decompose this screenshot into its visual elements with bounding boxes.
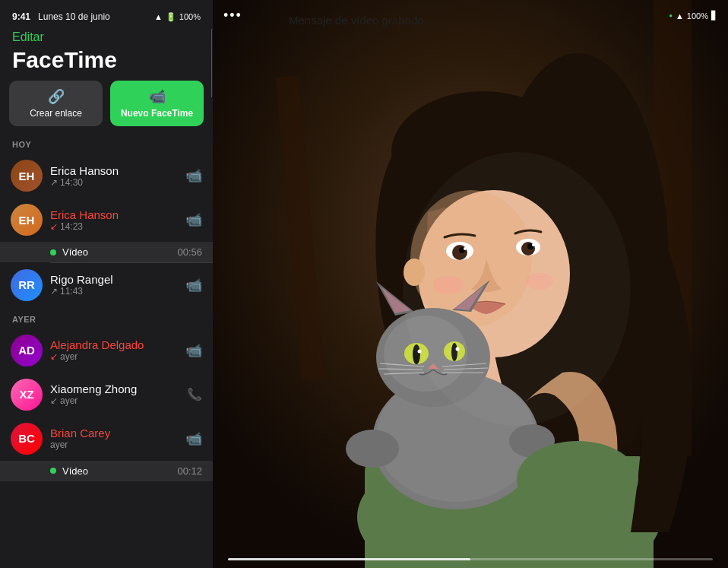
video-msg-duration: 00:56 xyxy=(177,246,202,258)
right-battery-text: 100% xyxy=(687,11,708,21)
call-action: 📹 xyxy=(185,211,202,228)
avatar: RR xyxy=(11,269,43,301)
call-meta: ↙ ayer xyxy=(50,395,179,406)
video-msg-duration: 00:12 xyxy=(177,465,202,477)
annotation-text: Mensaje de vídeo grabado xyxy=(289,14,424,27)
new-facetime-button[interactable]: 📹 Nuevo FaceTime xyxy=(110,81,204,126)
video-scrubber[interactable] xyxy=(228,558,713,560)
device-wrapper: Mensaje de vídeo grabado 9:41 Lunes 10 d… xyxy=(0,0,728,568)
call-action: 📹 xyxy=(185,277,202,294)
green-dot-icon: ● xyxy=(669,12,673,19)
right-battery-icon: ▋ xyxy=(711,11,717,21)
call-info: Rigo Rangel ↗ 11:43 xyxy=(50,273,178,297)
avatar: BC xyxy=(11,423,43,455)
caller-name: Rigo Rangel xyxy=(50,273,178,286)
call-time: ayer xyxy=(60,395,78,406)
call-info: Erica Hanson ↙ 14:23 xyxy=(50,208,178,232)
status-time: 9:41 xyxy=(12,11,30,22)
video-message-row[interactable]: Vídeo 00:12 xyxy=(0,461,213,481)
video-call-icon: 📹 xyxy=(185,343,202,358)
call-time: 11:43 xyxy=(60,286,83,297)
video-call-icon: 📹 xyxy=(185,278,202,293)
list-item[interactable]: BC Brian Carey ayer 📹 xyxy=(0,417,213,461)
call-action: 📞 xyxy=(187,387,202,401)
caller-name: Alejandra Delgado xyxy=(50,338,178,351)
status-icons: ▲ 🔋 100% xyxy=(154,12,201,22)
call-meta: ↙ 14:23 xyxy=(50,221,178,232)
call-info: Erica Hanson ↗ 14:30 xyxy=(50,164,178,188)
video-msg-label: Vídeo xyxy=(62,246,171,258)
status-bar: 9:41 Lunes 10 de junio ▲ 🔋 100% xyxy=(0,0,213,27)
call-arrow-icon: ↙ xyxy=(50,221,58,232)
battery-icon: 🔋 xyxy=(166,12,176,22)
caller-name: Erica Hanson xyxy=(50,208,178,221)
scrubber-progress xyxy=(228,558,470,560)
call-action: 📹 xyxy=(185,167,202,184)
call-meta: ayer xyxy=(50,439,178,450)
video-call-icon: 📹 xyxy=(185,168,202,183)
call-arrow-icon: ↗ xyxy=(50,286,58,297)
section-header-yesterday: AYER xyxy=(0,312,213,328)
call-meta: ↗ 14:30 xyxy=(50,177,178,188)
call-time: ayer xyxy=(60,351,78,362)
call-action: 📹 xyxy=(185,342,202,359)
more-options-icon[interactable]: ••• xyxy=(223,8,242,24)
wifi-signal-icon: ▲ xyxy=(676,11,684,21)
new-facetime-label: Nuevo FaceTime xyxy=(121,108,193,119)
video-dot-indicator xyxy=(50,468,56,474)
create-link-label: Crear enlace xyxy=(30,108,82,119)
call-info: Xiaomeng Zhong ↙ ayer xyxy=(50,382,179,406)
call-info: Brian Carey ayer xyxy=(50,427,178,450)
video-msg-label: Vídeo xyxy=(62,465,171,477)
svg-point-44 xyxy=(517,441,638,517)
avatar: AD xyxy=(11,335,43,367)
section-header-today: HOY xyxy=(0,137,213,154)
call-action: 📹 xyxy=(185,430,202,447)
avatar: XZ xyxy=(11,379,43,411)
avatar: EH xyxy=(11,204,43,236)
svg-point-45 xyxy=(403,152,631,426)
video-dot-indicator xyxy=(50,249,56,255)
list-item[interactable]: AD Alejandra Delgado ↙ ayer 📹 xyxy=(0,328,213,373)
annotation-line xyxy=(211,29,212,97)
photo-background: ••• ● ▲ 100% ▋ xyxy=(213,0,728,568)
scene-illustration xyxy=(213,0,728,568)
call-time: ayer xyxy=(50,439,68,450)
caller-name: Erica Hanson xyxy=(50,164,178,177)
list-item[interactable]: EH Erica Hanson ↗ 14:30 📹 xyxy=(0,154,213,198)
create-link-button[interactable]: 🔗 Crear enlace xyxy=(9,81,103,126)
app-title: FaceTime xyxy=(0,46,213,81)
svg-point-42 xyxy=(346,430,399,468)
wifi-icon: ▲ xyxy=(154,12,163,21)
video-call-icon: 📹 xyxy=(185,212,202,227)
phone-call-icon: 📞 xyxy=(187,388,202,401)
list-item[interactable]: RR Rigo Rangel ↗ 11:43 📹 xyxy=(0,263,213,307)
edit-button[interactable]: Editar xyxy=(0,27,213,46)
caller-name: Xiaomeng Zhong xyxy=(50,382,179,395)
call-arrow-icon: ↙ xyxy=(50,351,58,362)
video-message-row[interactable]: Vídeo 00:56 xyxy=(0,242,213,262)
action-buttons: 🔗 Crear enlace 📹 Nuevo FaceTime xyxy=(0,81,213,137)
call-time: 14:30 xyxy=(60,177,83,188)
main-content: ••• ● ▲ 100% ▋ xyxy=(213,0,728,568)
sidebar: 9:41 Lunes 10 de junio ▲ 🔋 100% Editar F… xyxy=(0,0,213,568)
list-item[interactable]: XZ Xiaomeng Zhong ↙ ayer 📞 xyxy=(0,373,213,417)
call-time: 14:23 xyxy=(60,221,83,232)
video-call-icon: 📹 xyxy=(185,431,202,446)
call-arrow-icon: ↗ xyxy=(50,177,58,188)
call-info: Alejandra Delgado ↙ ayer xyxy=(50,338,178,362)
call-list: HOY EH Erica Hanson ↗ 14:30 📹 xyxy=(0,137,213,568)
status-date: Lunes 10 de junio xyxy=(38,11,110,22)
call-meta: ↗ 11:43 xyxy=(50,286,178,297)
avatar: EH xyxy=(11,160,43,192)
list-item[interactable]: EH Erica Hanson ↙ 14:23 📹 xyxy=(0,198,213,242)
caller-name: Brian Carey xyxy=(50,427,178,439)
video-camera-icon: 📹 xyxy=(149,88,166,105)
link-icon: 🔗 xyxy=(48,88,65,105)
call-arrow-icon: ↙ xyxy=(50,395,58,406)
right-status: ● ▲ 100% ▋ xyxy=(669,11,717,21)
call-meta: ↙ ayer xyxy=(50,351,178,362)
battery-pct: 100% xyxy=(179,12,201,21)
